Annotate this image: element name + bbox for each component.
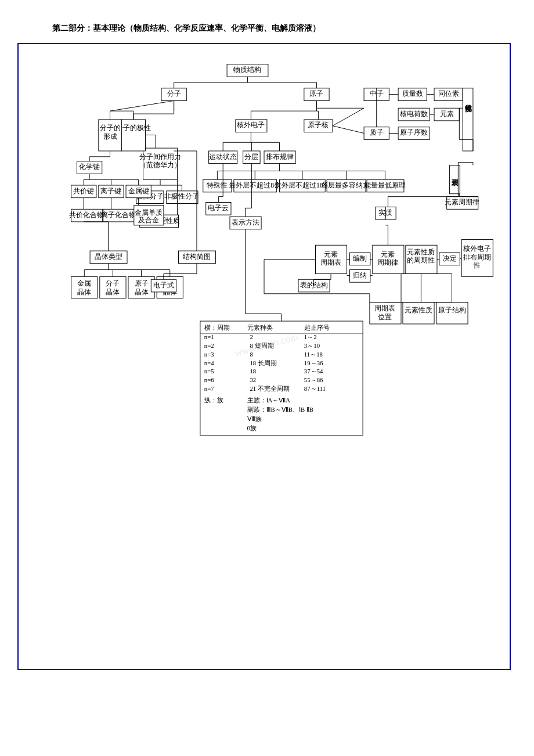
- svg-text:质量数: 质量数: [402, 89, 423, 98]
- svg-text:离子键: 离子键: [100, 187, 121, 195]
- svg-text:分子: 分子: [167, 89, 181, 98]
- svg-line-55: [333, 126, 364, 134]
- svg-text:编制: 编制: [353, 254, 367, 262]
- svg-text:n=1: n=1: [204, 334, 214, 341]
- svg-text:n=4: n=4: [204, 359, 214, 366]
- svg-text:87～111: 87～111: [304, 385, 326, 392]
- svg-rect-32: [463, 88, 473, 151]
- svg-text:决定: 决定: [443, 254, 457, 262]
- svg-text:非极性分子: 非极性分子: [164, 192, 199, 200]
- svg-text:原子: 原子: [309, 89, 323, 98]
- svg-text:最外层不超过8个: 最外层不超过8个: [229, 181, 281, 189]
- svg-text:21 不完全周期: 21 不完全周期: [250, 385, 290, 392]
- svg-text:位置: 位置: [378, 313, 392, 321]
- svg-text:分子: 分子: [106, 279, 120, 287]
- svg-text:同位素: 同位素: [438, 89, 459, 98]
- svg-text:核电荷数: 核电荷数: [399, 110, 428, 118]
- svg-text:归纳: 归纳: [353, 271, 367, 279]
- svg-text:物质结构: 物质结构: [233, 66, 261, 74]
- svg-text:0族: 0族: [247, 424, 257, 431]
- svg-text:性: 性: [473, 261, 481, 269]
- svg-text:离子化合物: 离子化合物: [101, 211, 136, 219]
- svg-text:纵：族: 纵：族: [204, 397, 223, 404]
- svg-text:起止序号: 起止序号: [304, 324, 330, 331]
- svg-text:金属键: 金属键: [128, 187, 149, 195]
- svg-text:Ⅷ族: Ⅷ族: [247, 415, 262, 422]
- svg-text:质子: 质子: [370, 128, 384, 136]
- svg-text:特殊性: 特殊性: [207, 181, 228, 189]
- svg-text:分层: 分层: [244, 153, 258, 161]
- svg-text:18: 18: [250, 368, 256, 375]
- svg-text:电子云: 电子云: [208, 204, 229, 212]
- svg-text:排布规律: 排布规律: [266, 153, 294, 161]
- page: 第二部分：基本理论（物质结构、化学反应速率、化学平衡、电解质溶液） 物质结构 分…: [0, 0, 534, 756]
- svg-text:金属: 金属: [77, 279, 91, 287]
- svg-text:分子的: 分子的: [100, 124, 121, 132]
- svg-text:主族：ⅠA～ⅦA: 主族：ⅠA～ⅦA: [247, 397, 291, 404]
- svg-text:2: 2: [250, 334, 252, 341]
- svg-text:n=2: n=2: [204, 342, 214, 349]
- svg-text:32: 32: [250, 376, 256, 383]
- svg-text:n=5: n=5: [204, 368, 214, 375]
- svg-text:晶体: 晶体: [106, 288, 120, 296]
- svg-line-54: [333, 108, 364, 125]
- svg-text:晶体类型: 晶体类型: [95, 253, 122, 261]
- svg-text:晶体: 晶体: [135, 288, 149, 296]
- svg-text:原子核: 原子核: [308, 121, 329, 129]
- svg-text:n=3: n=3: [204, 351, 214, 358]
- svg-text:周期表: 周期表: [320, 258, 341, 267]
- svg-text:3～10: 3～10: [304, 342, 320, 349]
- svg-text:核外电子: 核外电子: [236, 121, 265, 129]
- svg-text:n=6: n=6: [204, 376, 214, 383]
- svg-text:晶体: 晶体: [77, 288, 91, 296]
- svg-text:n=7: n=7: [204, 385, 214, 392]
- svg-text:化学键: 化学键: [79, 163, 100, 171]
- svg-text:共价化合物: 共价化合物: [69, 211, 104, 219]
- svg-text:元素: 元素: [381, 250, 395, 258]
- svg-text:周期表: 周期表: [374, 304, 395, 312]
- svg-text:元素: 元素: [324, 250, 338, 258]
- svg-text:元素: 元素: [440, 110, 454, 118]
- svg-text:表示方法: 表示方法: [232, 218, 259, 226]
- svg-text:原子结构: 原子结构: [438, 306, 466, 314]
- svg-text:55～86: 55～86: [304, 376, 323, 383]
- svg-text:元素种类: 元素种类: [247, 324, 273, 331]
- svg-text:核外电子: 核外电子: [463, 244, 491, 253]
- svg-text:排布周期: 排布周期: [463, 253, 491, 261]
- svg-text:能量最低原理: 能量最低原理: [364, 181, 406, 189]
- svg-text:横：周期: 横：周期: [204, 324, 230, 331]
- svg-line-267: [110, 100, 174, 111]
- svg-text:原子: 原子: [135, 279, 149, 287]
- svg-text:原子序数: 原子序数: [400, 128, 428, 136]
- svg-text:19～36: 19～36: [304, 359, 323, 366]
- svg-text:（范德华力）: （范德华力）: [139, 161, 181, 169]
- svg-text:元素性质: 元素性质: [407, 248, 435, 256]
- svg-text:11～18: 11～18: [304, 351, 323, 358]
- svg-text:形成: 形成: [103, 132, 117, 141]
- page-title: 第二部分：基本理论（物质结构、化学反应速率、化学平衡、电解质溶液）: [52, 23, 517, 34]
- diagram-container: 物质结构 分子 原子 中子 质量数 同位素 核电荷数: [17, 43, 511, 670]
- svg-text:的周期性: 的周期性: [407, 256, 435, 264]
- svg-text:共价键: 共价键: [73, 187, 94, 195]
- svg-text:元素周期律: 元素周期律: [445, 198, 479, 206]
- svg-text:分子间作用力: 分子间作用力: [139, 153, 181, 161]
- svg-text:电子式: 电子式: [153, 281, 174, 289]
- svg-text:周期律: 周期律: [377, 258, 398, 267]
- svg-text:副族：ⅢB～ⅦB、ⅠB ⅡB: 副族：ⅢB～ⅦB、ⅠB ⅡB: [247, 406, 314, 413]
- svg-text:18  长周期: 18 长周期: [250, 359, 277, 366]
- svg-text:及合金: 及合金: [138, 216, 159, 224]
- svg-text:运动状态: 运动状态: [209, 153, 237, 161]
- svg-text:1～2: 1～2: [304, 334, 317, 341]
- svg-text:结构简图: 结构简图: [183, 253, 211, 261]
- svg-text:37～54: 37～54: [304, 368, 323, 375]
- svg-text:元素性质: 元素性质: [405, 306, 432, 314]
